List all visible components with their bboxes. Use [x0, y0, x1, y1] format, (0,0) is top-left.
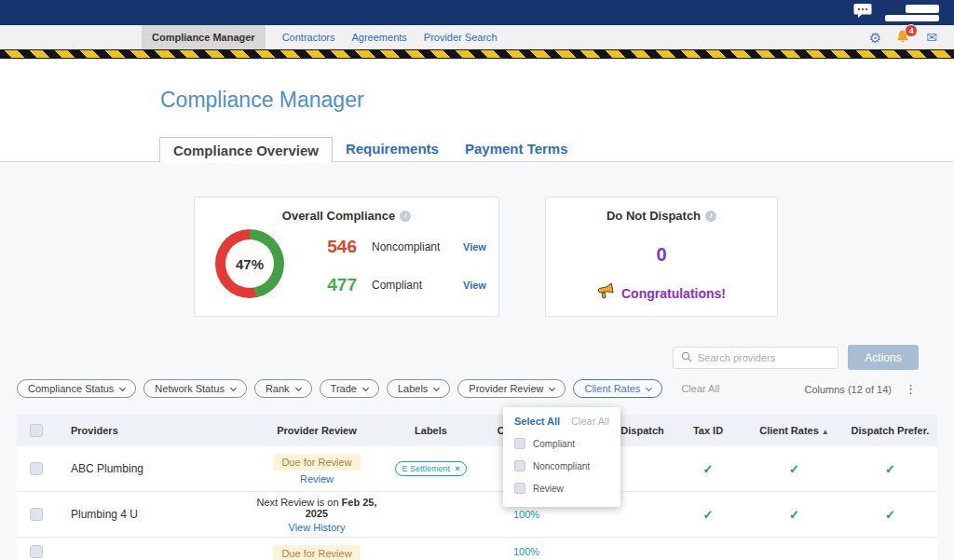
- col-labels[interactable]: Labels: [387, 425, 475, 436]
- tab-requirements[interactable]: Requirements: [333, 136, 452, 163]
- check-icon: ✓: [703, 462, 714, 476]
- envelope-icon[interactable]: ✉: [926, 31, 937, 44]
- compliance-percent: 100%: [513, 546, 539, 557]
- tab-compliance-overview[interactable]: Compliance Overview: [159, 137, 333, 163]
- checkbox-icon[interactable]: [514, 460, 525, 471]
- view-history-link[interactable]: View History: [289, 522, 346, 533]
- gear-icon[interactable]: ⚙: [869, 31, 881, 45]
- nav-item-contractors[interactable]: Contractors: [282, 32, 335, 43]
- overall-compliance-card: Overall Compliance i 47% 546 Noncomplian…: [194, 197, 499, 317]
- filter-bar: Compliance Status Network Status Rank Tr…: [17, 379, 719, 398]
- checkbox-icon[interactable]: [514, 483, 525, 494]
- provider-name[interactable]: ABC Plumbing: [56, 462, 247, 475]
- noncompliant-label: Noncompliant: [372, 240, 457, 253]
- chevron-down-icon: [549, 384, 555, 390]
- client-rates-dropdown: Select All Clear All Compliant Noncompli…: [503, 407, 620, 507]
- remove-label-icon[interactable]: ×: [455, 464, 459, 473]
- info-icon[interactable]: i: [400, 211, 411, 222]
- view-noncompliant-link[interactable]: View: [463, 241, 486, 253]
- table-row: Plumbing 4 U Next Review is on Feb 25, 2…: [17, 492, 937, 538]
- tab-payment-terms[interactable]: Payment Terms: [452, 136, 581, 163]
- chevron-down-icon: [433, 384, 440, 390]
- check-icon: ✓: [703, 508, 714, 522]
- chat-icon[interactable]: [853, 3, 872, 22]
- review-status-badge: Due for Review: [273, 545, 360, 560]
- view-compliant-link[interactable]: View: [463, 280, 486, 291]
- topbar: [0, 0, 954, 25]
- dropdown-clear-all[interactable]: Clear All: [571, 416, 609, 427]
- chevron-down-icon: [646, 384, 652, 390]
- col-tax-id[interactable]: Tax ID: [671, 425, 745, 436]
- megaphone-icon: [597, 283, 615, 303]
- check-icon: ✓: [885, 508, 895, 522]
- review-status-badge: Due for Review: [273, 454, 360, 471]
- chevron-down-icon: [295, 384, 302, 390]
- table-header-row: Providers Provider Review Labels Complia…: [17, 415, 937, 446]
- search-input[interactable]: [698, 352, 830, 363]
- chevron-down-icon: [119, 384, 126, 390]
- col-client-rates[interactable]: Client Rates▲: [745, 425, 843, 436]
- do-not-dispatch-title: Do Not Dispatch: [606, 209, 701, 223]
- chevron-down-icon: [362, 384, 369, 390]
- dropdown-option-compliant[interactable]: Compliant: [503, 432, 620, 455]
- kebab-menu-icon[interactable]: ⋮: [905, 382, 917, 396]
- dropdown-option-noncompliant[interactable]: Noncompliant: [503, 455, 620, 477]
- sort-asc-icon: ▲: [822, 428, 829, 436]
- review-link[interactable]: Review: [300, 473, 334, 485]
- table-row: ABC Plumbing Due for Review Review E Set…: [17, 446, 937, 492]
- clear-all-filters[interactable]: Clear All: [681, 383, 719, 394]
- compliant-label: Compliant: [372, 279, 457, 292]
- filter-client-rates[interactable]: Client Rates: [573, 379, 662, 398]
- provider-search-box: [673, 347, 838, 369]
- next-review-text: Next Review is on Feb 25, 2025: [247, 497, 387, 519]
- filter-provider-review[interactable]: Provider Review: [457, 379, 566, 398]
- compliance-donut-chart: 47%: [215, 229, 284, 298]
- provider-name[interactable]: Plumbing 4 U: [56, 508, 247, 521]
- dropdown-select-all[interactable]: Select All: [514, 416, 560, 427]
- notifications-bell[interactable]: 4: [895, 29, 912, 46]
- filter-trade[interactable]: Trade: [320, 379, 379, 398]
- col-dispatch-preferences[interactable]: Dispatch Prefer.: [843, 425, 937, 436]
- nav-item-provider-search[interactable]: Provider Search: [424, 32, 497, 43]
- row-checkbox[interactable]: [30, 545, 43, 558]
- nav-item-agreements[interactable]: Agreements: [352, 32, 407, 43]
- nav-item-compliance-manager[interactable]: Compliance Manager: [142, 25, 266, 49]
- app: Compliance Manager Contractors Agreement…: [0, 0, 954, 560]
- info-icon[interactable]: i: [705, 211, 716, 222]
- table-row: Due for Review 100%: [17, 538, 937, 560]
- filter-rank[interactable]: Rank: [254, 379, 312, 398]
- actions-button[interactable]: Actions: [848, 345, 919, 370]
- check-icon: ✓: [789, 462, 799, 476]
- search-icon: [681, 349, 692, 366]
- compliance-percent: 100%: [513, 509, 539, 520]
- do-not-dispatch-count: 0: [546, 244, 777, 266]
- logo: [885, 5, 939, 21]
- select-all-checkbox[interactable]: [30, 424, 43, 437]
- providers-table: Providers Provider Review Labels Complia…: [17, 415, 937, 560]
- col-providers[interactable]: Providers: [56, 425, 247, 436]
- caution-stripe: [0, 49, 954, 59]
- overall-compliance-title: Overall Compliance: [282, 209, 395, 223]
- notification-badge: 4: [905, 24, 918, 37]
- compliance-percent: 47%: [215, 229, 284, 298]
- row-checkbox[interactable]: [30, 462, 43, 475]
- columns-selector[interactable]: Columns (12 of 14): [804, 384, 892, 395]
- checkbox-icon[interactable]: [514, 438, 525, 449]
- page-tabs: Compliance Overview Requirements Payment…: [159, 136, 581, 163]
- chevron-down-icon: [230, 384, 237, 390]
- main-nav: Compliance Manager Contractors Agreement…: [0, 25, 954, 49]
- congratulations-text: Congratulations!: [621, 286, 726, 301]
- filter-network-status[interactable]: Network Status: [143, 379, 247, 398]
- row-checkbox[interactable]: [30, 508, 43, 521]
- check-icon: ✓: [789, 508, 799, 522]
- compliant-count: 477: [312, 275, 357, 295]
- label-chip[interactable]: E Settlement ×: [395, 461, 468, 476]
- do-not-dispatch-card: Do Not Dispatch i 0 Congratulations!: [545, 197, 778, 317]
- filter-labels[interactable]: Labels: [387, 379, 450, 398]
- col-provider-review[interactable]: Provider Review: [247, 425, 387, 436]
- dropdown-option-review[interactable]: Review: [503, 477, 620, 499]
- filter-compliance-status[interactable]: Compliance Status: [17, 379, 136, 398]
- page-title: Compliance Manager: [160, 88, 364, 113]
- noncompliant-count: 546: [312, 237, 357, 257]
- check-icon: ✓: [885, 462, 895, 476]
